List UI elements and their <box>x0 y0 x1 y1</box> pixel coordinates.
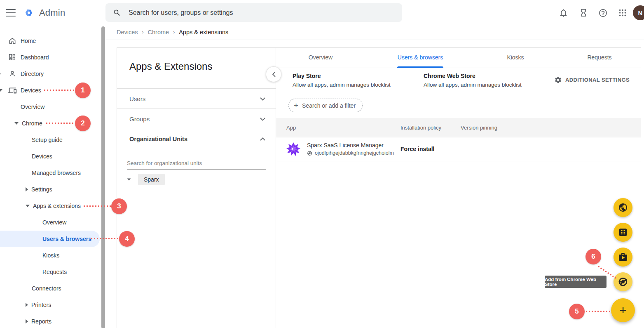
column-header-installation-policy[interactable]: Installation policy <box>400 125 441 131</box>
collapse-arrow-icon[interactable] <box>127 178 131 180</box>
chevron-down-icon <box>260 118 265 121</box>
sidebar-scrollbar[interactable] <box>101 26 105 328</box>
sidebar-item-chrome-devices[interactable]: Devices <box>0 148 52 165</box>
plus-icon: + <box>619 303 627 317</box>
sidebar-item-requests[interactable]: Requests <box>0 264 67 280</box>
divider <box>117 129 276 129</box>
section-org-units[interactable]: Organizational Units <box>129 136 265 142</box>
sidebar-item-label: Kiosks <box>42 252 59 259</box>
divider <box>117 88 276 89</box>
chrome-icon <box>618 276 628 287</box>
sidebar-item-label: Printers <box>31 302 51 308</box>
filter-chip[interactable]: + Search or add a filter <box>288 99 363 112</box>
sidebar-item-printers[interactable]: Printers <box>0 297 51 313</box>
sidebar-item-label: Home <box>21 38 36 44</box>
annotation-line-4 <box>91 238 119 239</box>
sidebar-item-devices-overview[interactable]: Overview <box>0 99 44 115</box>
sidebar-item-apps-overview[interactable]: Overview <box>0 214 66 231</box>
add-custom-app-button[interactable] <box>614 223 632 242</box>
collapse-panel-button[interactable] <box>266 66 281 82</box>
notifications-bell-icon[interactable] <box>559 8 569 18</box>
sidebar-item-setup-guide[interactable]: Setup guide <box>0 132 63 148</box>
expand-arrow-icon[interactable] <box>0 72 1 76</box>
table-row-sparx-app[interactable]: Sparx SaaS License Manager ojodlpihgejda… <box>276 137 641 161</box>
annotation-badge-4: 4 <box>119 231 135 247</box>
app-name: Sparx SaaS License Manager <box>307 142 384 149</box>
installation-policy-value: Force install <box>400 146 434 152</box>
annotation-line-2 <box>46 123 75 124</box>
section-groups[interactable]: Groups <box>129 116 265 123</box>
column-header-version-pinning[interactable]: Version pinning <box>461 125 497 131</box>
sidebar-item-chrome[interactable]: Chrome <box>0 115 42 132</box>
search-input[interactable] <box>129 9 376 17</box>
google-admin-logo-icon <box>22 6 35 19</box>
collapse-arrow-icon[interactable] <box>0 89 2 92</box>
section-users[interactable]: Users <box>129 95 265 102</box>
sidebar-item-kiosks[interactable]: Kiosks <box>0 247 59 264</box>
sidebar-item-managed-browsers[interactable]: Managed browsers <box>0 165 81 181</box>
sidebar-item-label: Users & browsers <box>42 236 91 242</box>
org-unit-tree-item[interactable]: Sparx <box>127 174 165 185</box>
tab-requests[interactable]: Requests <box>587 54 611 61</box>
add-app-fab[interactable]: + <box>611 298 635 322</box>
chevron-up-icon <box>260 137 265 141</box>
sidebar-item-reports[interactable]: Reports <box>0 313 52 328</box>
sidebar-item-settings[interactable]: Settings <box>0 181 52 198</box>
gear-icon <box>554 76 562 84</box>
tab-users-browsers[interactable]: Users & browsers <box>398 54 443 61</box>
play-store-title: Play Store <box>293 73 391 79</box>
sidebar-item-connectors[interactable]: Connectors <box>0 280 61 297</box>
global-search[interactable] <box>105 3 402 22</box>
expand-arrow-icon[interactable] <box>26 187 28 191</box>
sidebar-item-dashboard[interactable]: Dashboard <box>0 49 49 66</box>
targeting-panel: Apps & Extensions Users Groups Organizat… <box>117 47 276 328</box>
fab-tooltip: Add from Chrome Web Store <box>545 276 607 288</box>
table-header: App Installation policy Version pinning <box>276 118 641 137</box>
org-unit-node[interactable]: Sparx <box>138 174 165 185</box>
keypad-icon <box>618 227 628 237</box>
sidebar-item-label: Devices <box>32 153 52 160</box>
hamburger-menu-icon[interactable] <box>6 9 16 17</box>
home-icon <box>8 37 16 45</box>
divider <box>105 40 644 40</box>
app-id: ojodlpihgejdabbkgfnnghejgchoiolm <box>315 150 394 156</box>
apps-grid-icon[interactable] <box>618 8 628 18</box>
collapse-arrow-icon[interactable] <box>14 122 19 125</box>
breadcrumb-devices[interactable]: Devices <box>117 29 138 35</box>
tab-kiosks[interactable]: Kiosks <box>507 54 524 61</box>
account-avatar[interactable]: N <box>633 5 644 20</box>
play-store-subtitle: Allow all apps, admin manages blocklist <box>293 82 391 88</box>
column-header-app[interactable]: App <box>286 125 296 131</box>
add-from-chrome-web-store-button[interactable] <box>614 272 632 291</box>
collapse-arrow-icon[interactable] <box>26 205 30 207</box>
sidebar-item-home[interactable]: Home <box>0 33 36 49</box>
add-by-url-button[interactable] <box>614 198 632 217</box>
additional-settings-button[interactable]: ADDITIONAL SETTINGS <box>554 76 630 84</box>
sidebar-item-directory[interactable]: Directory <box>0 66 44 82</box>
tasks-hourglass-icon[interactable] <box>579 8 589 18</box>
org-unit-search-input[interactable] <box>127 158 266 170</box>
breadcrumb-chrome[interactable]: Chrome <box>148 29 169 35</box>
sidebar-item-apps-extensions[interactable]: Apps & extensions <box>0 198 81 214</box>
sidebar-item-label: Overview <box>21 104 44 110</box>
sidebar-item-label: Managed browsers <box>32 170 81 176</box>
tab-overview[interactable]: Overview <box>309 54 333 61</box>
breadcrumb-apps-extensions: Apps & extensions <box>179 29 228 35</box>
top-bar: Admin N <box>0 0 644 26</box>
sidebar-item-label: Overview <box>42 219 66 226</box>
brand[interactable]: Admin <box>22 6 65 19</box>
devices-icon <box>8 86 16 94</box>
chrome-web-store-setting[interactable]: Chrome Web Store Allow all apps, admin m… <box>424 73 522 88</box>
expand-arrow-icon[interactable] <box>26 303 28 307</box>
plus-icon: + <box>294 101 298 110</box>
add-from-google-play-button[interactable] <box>614 248 632 267</box>
chrome-web-store-title: Chrome Web Store <box>424 73 522 79</box>
search-icon <box>113 9 121 17</box>
play-store-setting[interactable]: Play Store Allow all apps, admin manages… <box>293 73 391 88</box>
play-store-briefcase-icon <box>618 252 628 262</box>
breadcrumb: Devices › Chrome › Apps & extensions <box>117 29 228 35</box>
help-icon[interactable] <box>598 8 608 18</box>
sidebar-item-users-browsers[interactable]: Users & browsers <box>0 231 91 247</box>
expand-arrow-icon[interactable] <box>26 319 28 323</box>
sidebar-item-devices[interactable]: Devices <box>0 82 41 99</box>
